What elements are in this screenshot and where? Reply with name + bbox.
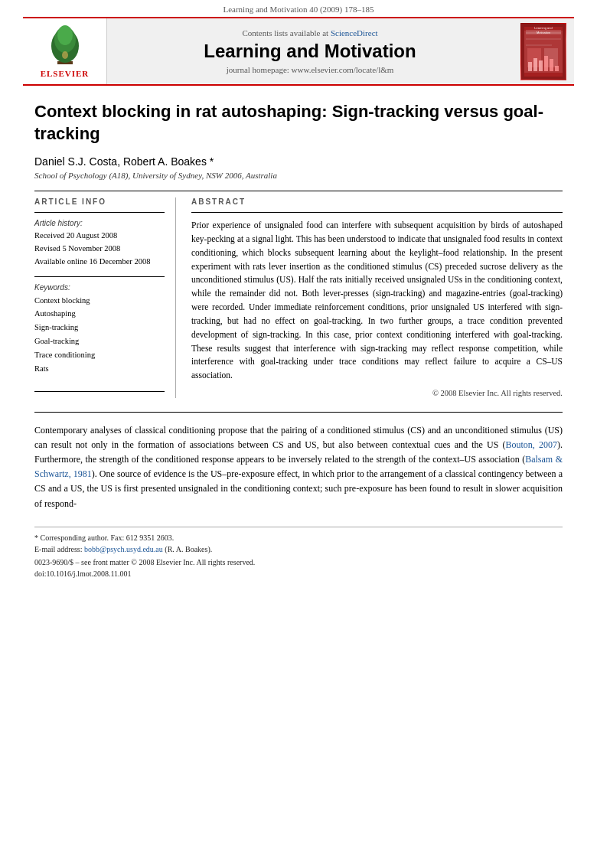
svg-text:Motivation: Motivation	[537, 31, 550, 34]
footnote-email-label: E-mail address:	[34, 545, 84, 553]
svg-rect-7	[524, 27, 563, 77]
svg-rect-18	[539, 60, 543, 71]
footnote-email: E-mail address: bobb@psych.usyd.edu.au (…	[34, 543, 563, 555]
journal-homepage: journal homepage: www.elsevier.com/locat…	[227, 65, 394, 74]
issn-line: 0023-9690/$ – see front matter © 2008 El…	[34, 558, 563, 566]
svg-rect-12	[544, 48, 558, 67]
doi-line: doi:10.1016/j.lmot.2008.11.001	[34, 569, 563, 578]
journal-citation: Learning and Motivation 40 (2009) 178–18…	[223, 5, 374, 14]
header-left: ELSEVIER	[23, 18, 107, 84]
journal-title: Learning and Motivation	[204, 41, 416, 62]
article-dates: Received 20 August 2008 Revised 5 Novemb…	[34, 230, 165, 268]
received-date: Received 20 August 2008	[34, 230, 165, 243]
article-title: Context blocking in rat autoshaping: Sig…	[34, 101, 563, 145]
body-paragraph: Contemporary analyses of classical condi…	[34, 423, 563, 511]
email-link[interactable]: bobb@psych.usyd.edu.au	[84, 545, 163, 553]
info-divider	[34, 212, 165, 213]
cover-svg: Learning and Motivation	[521, 24, 566, 80]
footnote-area: * Corresponding author. Fax: 612 9351 26…	[34, 527, 563, 578]
article-info-column: ARTICLE INFO Article history: Received 2…	[34, 197, 176, 397]
svg-point-4	[57, 25, 73, 45]
abstract-divider	[191, 212, 563, 213]
keywords-label: Keywords:	[34, 283, 165, 292]
article-history-label: Article history:	[34, 219, 165, 227]
available-online-date: Available online 16 December 2008	[34, 256, 165, 269]
elsevier-tree-icon	[34, 24, 96, 67]
authors: Daniel S.J. Costa, Robert A. Boakes *	[34, 155, 563, 168]
page-container: Learning and Motivation 40 (2009) 178–18…	[0, 0, 597, 868]
header-right: Learning and Motivation	[513, 18, 574, 84]
footnote-email-suffix: (R. A. Boakes).	[163, 545, 212, 553]
elsevier-logo: ELSEVIER	[34, 24, 96, 78]
article-info-heading: ARTICLE INFO	[34, 197, 165, 206]
sciencedirect-link[interactable]: ScienceDirect	[331, 28, 378, 38]
svg-rect-11	[527, 48, 541, 67]
journal-header: ELSEVIER Contents lists available at Sci…	[23, 17, 574, 86]
footnote-corresponding: * Corresponding author. Fax: 612 9351 26…	[34, 532, 563, 543]
svg-rect-13	[526, 30, 561, 34]
article-info-abstract: ARTICLE INFO Article history: Received 2…	[34, 197, 563, 397]
abstract-heading: ABSTRACT	[191, 197, 563, 206]
header-center: Contents lists available at ScienceDirec…	[107, 18, 513, 84]
keyword-6: Rats	[34, 362, 165, 376]
elsevier-label: ELSEVIER	[41, 69, 90, 78]
copyright-line: © 2008 Elsevier Inc. All rights reserved…	[191, 389, 563, 397]
abstract-column: ABSTRACT Prior experience of unsignaled …	[191, 197, 563, 397]
sciencedirect-line: Contents lists available at ScienceDirec…	[242, 28, 377, 38]
affiliation: School of Psychology (A18), University o…	[34, 171, 563, 180]
svg-point-5	[62, 51, 68, 59]
keyword-3: Sign-tracking	[34, 321, 165, 334]
svg-rect-19	[544, 56, 548, 71]
article-content: Context blocking in rat autoshaping: Sig…	[0, 86, 597, 593]
svg-rect-20	[550, 59, 553, 71]
sciencedirect-prefix: Contents lists available at	[242, 28, 330, 38]
keyword-4: Goal-tracking	[34, 334, 165, 348]
svg-rect-16	[528, 62, 532, 71]
journal-cover-image: Learning and Motivation	[520, 23, 566, 80]
keyword-5: Trace conditioning	[34, 348, 165, 362]
keywords-divider	[34, 276, 165, 277]
top-bar: Learning and Motivation 40 (2009) 178–18…	[0, 0, 597, 17]
keywords-list: Context blocking Autoshaping Sign-tracki…	[34, 294, 165, 376]
keywords-section: Keywords: Context blocking Autoshaping S…	[34, 283, 165, 376]
revised-date: Revised 5 November 2008	[34, 243, 165, 256]
body-divider	[34, 412, 563, 413]
abstract-text: Prior experience of unsignaled food can …	[191, 219, 563, 383]
balsam-schwartz-link[interactable]: Balsam & Schwartz, 1981	[34, 454, 563, 479]
svg-rect-6	[521, 24, 566, 80]
keyword-2: Autoshaping	[34, 307, 165, 321]
bottom-left-divider	[34, 391, 165, 392]
svg-text:Learning and: Learning and	[534, 26, 552, 30]
bouton-2007-link[interactable]: Bouton, 2007	[505, 439, 557, 450]
svg-rect-17	[533, 58, 537, 71]
header-divider	[34, 191, 563, 191]
keyword-1: Context blocking	[34, 294, 165, 308]
svg-rect-21	[555, 66, 559, 71]
